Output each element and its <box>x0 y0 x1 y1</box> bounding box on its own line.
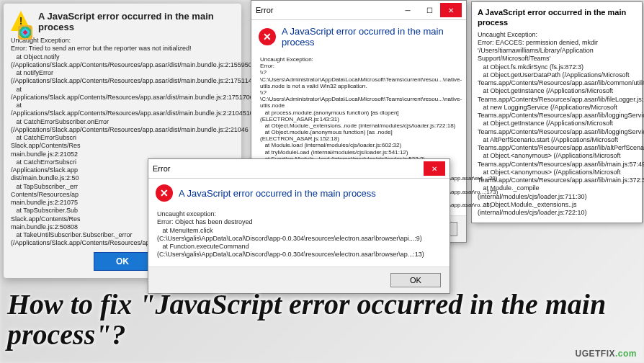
watermark-suffix: .com <box>615 349 637 359</box>
watermark: UGETFIX.com <box>575 349 637 359</box>
ok-button[interactable]: OK <box>94 252 151 271</box>
maximize-button[interactable]: ☐ <box>419 3 440 17</box>
discord-error-dialog: Error ✕ ✕ A JavaScript error occurred in… <box>148 158 450 294</box>
close-button[interactable]: ✕ <box>424 161 445 176</box>
error-icon: ✕ <box>259 28 276 45</box>
close-button[interactable]: ✕ <box>440 3 462 17</box>
window-title: Error <box>153 164 170 173</box>
window-title: Error <box>256 6 273 14</box>
discord-error-body: Uncaught exception: Error: Object has be… <box>148 207 450 266</box>
teams-eacces-title: A JavaScript error occurred in the main … <box>478 8 636 28</box>
error-icon: ✕ <box>156 184 173 202</box>
titlebar: Error ✕ <box>148 159 450 179</box>
slack-error-title: A JavaScript error occurred in the main … <box>38 11 234 32</box>
discord-error-title: A JavaScript error occurred in the main … <box>179 188 376 199</box>
teams-eacces-body: Uncaught Exception: Error: EACCES: permi… <box>478 31 636 218</box>
titlebar: Error ─ ☐ ✕ <box>251 1 466 20</box>
watermark-brand: UGETFIX <box>575 349 615 359</box>
ok-button[interactable]: OK <box>390 273 441 287</box>
minimize-button[interactable]: ─ <box>397 3 419 17</box>
slack-icon <box>18 25 32 40</box>
teams-win32-title: A JavaScript error occurred in the main … <box>282 26 459 48</box>
